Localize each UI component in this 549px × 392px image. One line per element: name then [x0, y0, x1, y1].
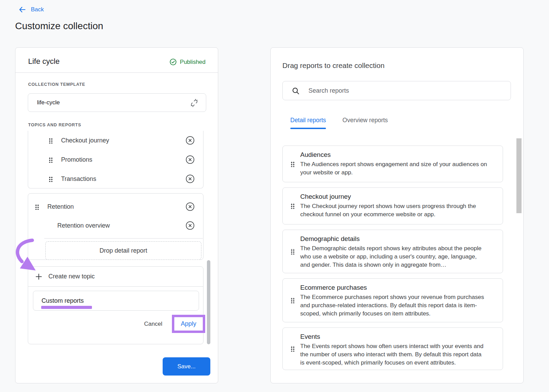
drag-handle-icon[interactable]: [49, 157, 52, 163]
apply-button[interactable]: Apply: [174, 317, 203, 331]
topic-group: Checkout journey Promotions Transactions: [28, 131, 203, 188]
collection-editor-panel: Life cycle Published COLLECTION TEMPLATE…: [15, 47, 218, 383]
back-arrow-icon: [19, 6, 26, 13]
scrollbar-thumb[interactable]: [516, 138, 522, 213]
report-row[interactable]: Checkout journey: [28, 131, 203, 150]
report-label: Transactions: [61, 175, 96, 183]
drop-zone-label: Drop detail report: [100, 247, 147, 254]
report-card[interactable]: Audiences The Audiences report shows eng…: [282, 146, 503, 182]
report-picker-panel: Drag reports to create collection Detail…: [270, 47, 524, 383]
remove-icon[interactable]: [183, 172, 197, 186]
report-row[interactable]: Promotions: [28, 150, 203, 169]
new-topic-field: [33, 291, 199, 311]
report-label: Promotions: [61, 156, 92, 163]
drag-handle-icon[interactable]: [291, 249, 294, 254]
plus-icon: [35, 273, 43, 280]
cancel-button[interactable]: Cancel: [144, 321, 162, 327]
drag-handle-icon[interactable]: [291, 346, 294, 352]
topic-label: Retention: [47, 203, 74, 210]
tab-detail-reports[interactable]: Detail reports: [290, 117, 326, 129]
search-input[interactable]: [283, 81, 511, 100]
report-card-title: Checkout journey: [300, 193, 494, 200]
remove-icon[interactable]: [183, 218, 197, 233]
new-topic-input[interactable]: [33, 291, 199, 310]
report-card-title: Events: [300, 333, 494, 341]
report-card[interactable]: Checkout journey The Checkout journey re…: [282, 187, 503, 224]
active-tab-indicator: [290, 128, 326, 129]
status-label: Published: [180, 59, 206, 66]
report-card-title: Ecommerce purchases: [300, 284, 494, 291]
report-card[interactable]: Events The Events report shows how often…: [282, 327, 503, 370]
search-field: [282, 81, 511, 100]
report-row[interactable]: Retention overview: [28, 216, 203, 235]
topics-section-label: TOPICS AND REPORTS: [28, 123, 81, 127]
report-label: Checkout journey: [61, 137, 109, 144]
report-card-description: The Audiences report shows engagement an…: [300, 160, 487, 177]
report-list: Audiences The Audiences report shows eng…: [282, 146, 503, 370]
create-new-topic-button[interactable]: Create new topic: [28, 267, 203, 286]
report-card-title: Demographic details: [300, 235, 494, 243]
tab-overview-reports[interactable]: Overview reports: [342, 117, 388, 129]
report-card-description: The Checkout journey report shows how us…: [300, 202, 487, 219]
save-button[interactable]: Save...: [163, 357, 210, 376]
report-row[interactable]: Transactions: [28, 169, 203, 188]
create-new-topic-label: Create new topic: [48, 273, 95, 280]
tab-label: Overview reports: [342, 117, 388, 124]
create-topic-group: Create new topic Cancel Apply: [28, 266, 203, 344]
check-circle-icon: [170, 58, 177, 66]
report-card[interactable]: Demographic details The Demographic deta…: [282, 230, 503, 273]
status-badge: Published: [170, 58, 206, 66]
template-input[interactable]: [28, 94, 206, 112]
drag-handle-icon[interactable]: [49, 176, 52, 182]
report-card-description: The Ecommerce purchases report shows you…: [300, 293, 487, 318]
drag-handle-icon[interactable]: [35, 204, 39, 210]
report-card[interactable]: Ecommerce purchases The Ecommerce purcha…: [282, 278, 503, 322]
drag-handle-icon[interactable]: [291, 161, 294, 167]
template-field: [28, 93, 206, 112]
collection-name: Life cycle: [28, 57, 60, 66]
report-card-description: The Events report shows how often users …: [300, 342, 487, 367]
tab-label: Detail reports: [290, 117, 326, 124]
drag-handle-icon[interactable]: [49, 138, 52, 143]
annotation-box: Apply: [172, 315, 205, 333]
topic-group-retention: Retention Retention overview Drop detail…: [28, 193, 203, 260]
remove-icon[interactable]: [183, 199, 197, 214]
picker-title: Drag reports to create collection: [282, 61, 385, 70]
customize-collection-page: Back Customize collection Life cycle Pub…: [0, 0, 549, 392]
back-label: Back: [31, 6, 44, 13]
topic-row[interactable]: Retention: [28, 197, 203, 216]
scrollbar-thumb[interactable]: [207, 260, 210, 344]
search-icon: [292, 87, 300, 95]
report-card-title: Audiences: [300, 151, 494, 159]
drop-detail-report-zone[interactable]: Drop detail report: [45, 241, 201, 260]
template-section-label: COLLECTION TEMPLATE: [28, 82, 85, 87]
link-off-icon[interactable]: [190, 99, 198, 107]
divider: [44, 238, 203, 239]
divider: [15, 72, 218, 73]
report-tabs: Detail reports Overview reports: [290, 117, 388, 129]
report-card-description: The Demographic details report shows key…: [300, 244, 487, 269]
drag-handle-icon[interactable]: [291, 203, 294, 209]
report-label: Retention overview: [57, 222, 110, 229]
drag-handle-icon[interactable]: [291, 298, 294, 303]
remove-icon[interactable]: [183, 152, 197, 167]
divider: [28, 286, 203, 287]
remove-icon[interactable]: [183, 133, 197, 148]
back-link[interactable]: Back: [19, 6, 44, 13]
page-title: Customize collection: [15, 21, 103, 32]
